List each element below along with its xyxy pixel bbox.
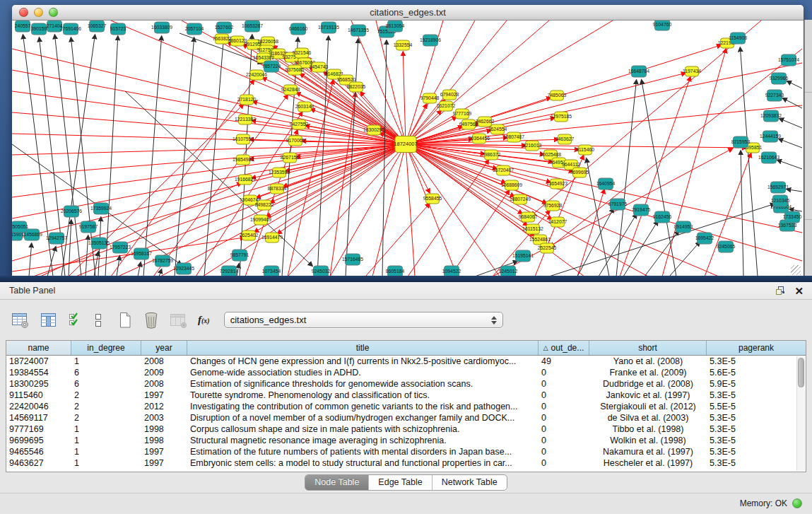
graph-node[interactable]: 915723 [110, 23, 126, 35]
table-cell[interactable]: 1997 [141, 447, 187, 457]
table-cell[interactable]: 0 [539, 379, 589, 389]
graph-node[interactable]: 1210345 [771, 195, 790, 206]
graph-node[interactable]: 8498222 [255, 200, 274, 210]
graph-edge[interactable] [787, 81, 802, 88]
table-cell[interactable]: 18724007 [6, 356, 71, 366]
graph-node[interactable]: 7292814 [220, 266, 239, 276]
table-cell[interactable]: 0 [539, 447, 589, 457]
table-cell[interactable]: 1998 [141, 436, 187, 445]
graph-node[interactable]: 390159 [31, 23, 47, 35]
graph-edge[interactable] [779, 119, 802, 128]
graph-node[interactable]: 1154908 [729, 33, 747, 44]
table-cell[interactable]: 1 [71, 447, 141, 457]
table-cell[interactable]: 19384554 [6, 368, 71, 378]
graph-node[interactable]: 9699695 [570, 168, 589, 177]
row-height-icon[interactable] [93, 312, 103, 329]
table-row[interactable]: 977716911998Corpus callosum shape and si… [6, 424, 796, 435]
graph-edge[interactable] [645, 230, 679, 276]
table-row[interactable]: 1830029562008Estimation of significance … [6, 378, 796, 390]
graph-node[interactable]: 15195141 [512, 250, 534, 262]
graph-node[interactable]: 1094522 [442, 266, 461, 276]
function-builder-icon[interactable]: f(x) [198, 314, 210, 326]
graph-node[interactable]: 240557 [15, 21, 31, 32]
tab-node-table[interactable]: Node Table [305, 475, 369, 490]
graph-edge[interactable] [642, 80, 676, 276]
table-cell[interactable]: Genome-wide association studies in ADHD. [187, 368, 539, 378]
table-cell[interactable]: 2008 [141, 379, 187, 389]
table-scrollbar-thumb[interactable] [798, 358, 804, 387]
graph-node[interactable]: 9857791 [230, 250, 249, 261]
delete-table-icon[interactable] [143, 311, 160, 329]
graph-node[interactable]: 9227343 [765, 90, 784, 101]
graph-node[interactable]: 9245065 [717, 241, 736, 252]
graph-node[interactable]: 10688609 [501, 180, 522, 190]
graph-node[interactable]: 19218906 [420, 35, 441, 46]
table-cell[interactable]: Franke et al. (2009) [589, 368, 707, 378]
table-cell[interactable]: Yano et al. (2008) [589, 356, 707, 366]
table-cell[interactable]: Changes of HCN gene expression and I(f) … [187, 356, 539, 366]
table-cell[interactable]: Estimation of significance thresholds fo… [187, 379, 539, 389]
table-row[interactable]: 1456911722003Disruption of a novel membe… [6, 412, 796, 424]
table-cell[interactable]: 1 [71, 436, 141, 445]
graph-node[interactable]: 19099469 [250, 215, 271, 225]
table-cell[interactable]: 9463627 [6, 458, 71, 468]
graph-node[interactable]: 1073454 [262, 266, 281, 276]
close-panel-icon[interactable]: ✕ [794, 286, 804, 296]
graph-node[interactable]: 9375685 [286, 65, 305, 75]
table-row[interactable]: 946362711997Embryonic stem cells: a mode… [6, 457, 796, 469]
table-cell[interactable]: Estimation of the future numbers of pati… [187, 447, 539, 457]
table-cell[interactable]: 2003 [141, 413, 187, 423]
graph-node[interactable]: 8813054 [386, 21, 405, 32]
graph-node[interactable]: 8914953 [674, 221, 693, 233]
graph-edge[interactable] [12, 144, 406, 197]
graph-edge[interactable] [204, 36, 224, 276]
graph-node[interactable]: 9115460 [576, 145, 594, 155]
graph-node[interactable]: 19854983 [233, 155, 254, 165]
table-cell[interactable]: 0 [539, 390, 589, 400]
table-cell[interactable]: Corpus callosum shape and size in male p… [187, 424, 539, 434]
table-cell[interactable]: 0 [539, 368, 589, 378]
graph-node[interactable]: 27691406 [60, 23, 81, 35]
graph-node[interactable]: 8605184 [386, 266, 405, 276]
graph-node[interactable]: 10719135 [318, 22, 339, 33]
graph-node[interactable]: 6791975 [608, 199, 628, 210]
new-table-icon[interactable] [117, 311, 133, 329]
table-cell[interactable]: 2 [71, 390, 141, 400]
graph-node[interactable]: 9790448 [420, 93, 440, 103]
table-cell[interactable]: 1997 [141, 458, 187, 468]
graph-node[interactable]: 9104760 [653, 21, 672, 30]
graph-edge[interactable] [365, 204, 430, 276]
tab-edge-table[interactable]: Edge Table [369, 475, 432, 490]
tab-network-table[interactable]: Network Table [433, 475, 507, 490]
graph-node[interactable]: 9684067 [519, 212, 538, 222]
graph-edge[interactable] [616, 80, 637, 276]
graph-edge[interactable] [12, 144, 406, 261]
table-cell[interactable]: 1 [71, 424, 141, 434]
graph-node[interactable]: 9756928 [543, 201, 563, 211]
table-cell[interactable]: 0 [539, 458, 589, 468]
graph-node[interactable]: 20206576 [61, 206, 82, 217]
graph-node[interactable]: 6466160 [289, 23, 308, 35]
table-cell[interactable]: 1997 [141, 390, 187, 400]
graph-node[interactable]: 1332554 [394, 40, 413, 50]
graph-node[interactable]: 7462662 [476, 117, 495, 127]
float-panel-icon[interactable] [775, 286, 786, 296]
graph-edge[interactable] [346, 39, 358, 276]
window-resize-grip[interactable] [791, 265, 801, 275]
graph-node[interactable]: 15716485 [342, 254, 363, 265]
table-cell[interactable]: 5.3E-5 [707, 424, 796, 434]
table-cell[interactable]: Tourette syndrome. Phenomenology and cla… [187, 390, 539, 400]
column-header-pagerank[interactable]: pagerank [707, 341, 806, 355]
graph-node[interactable]: 6794028 [440, 90, 459, 100]
graph-node[interactable]: 2603144 [295, 102, 314, 112]
graph-edge[interactable] [125, 91, 312, 266]
graph-node[interactable]: 1197434 [683, 66, 701, 76]
graph-node[interactable]: 13505135 [88, 238, 110, 249]
table-cell[interactable]: 2008 [141, 356, 187, 366]
graph-node[interactable]: 7663822 [213, 34, 232, 44]
graph-node[interactable]: 12975185 [551, 112, 572, 122]
graph-node[interactable]: 17957223 [110, 242, 131, 253]
graph-node[interactable]: 8878334 [268, 184, 287, 194]
table-cell[interactable]: 2012 [141, 402, 187, 411]
graph-node[interactable]: 1733450 [783, 211, 802, 223]
